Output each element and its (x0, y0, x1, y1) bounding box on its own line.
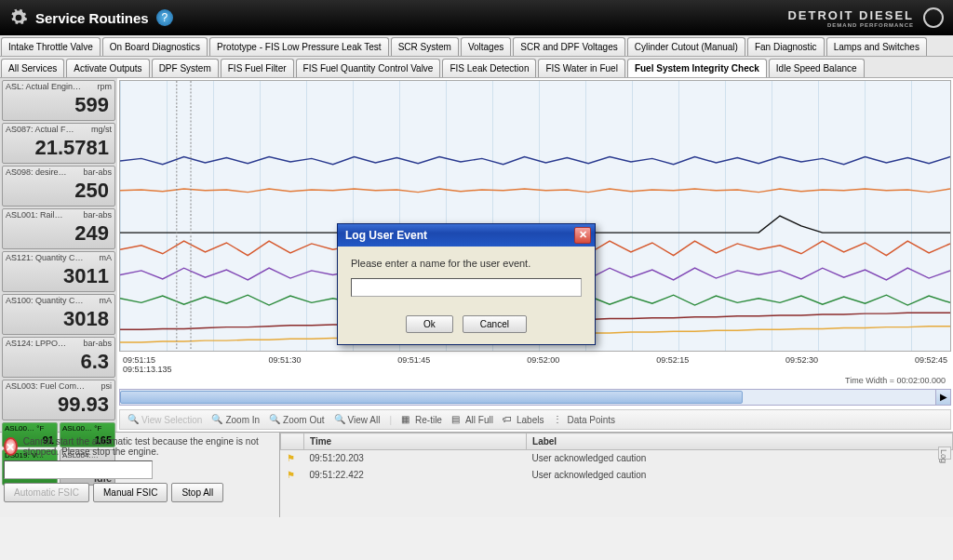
flag-icon: ⚑ (287, 470, 295, 480)
event-name-input[interactable] (351, 278, 582, 297)
tab-fis-fuel-quantity-control-valve[interactable]: FIS Fuel Quantity Control Valve (296, 59, 441, 77)
meter[interactable]: AS124: LPPO…bar-abs6.3 (2, 337, 115, 378)
col-label[interactable]: Label (527, 433, 953, 450)
tab-cylinder-cutout-manual-[interactable]: Cylinder Cutout (Manual) (627, 37, 745, 56)
meter[interactable]: AS121: Quantity C…mA3011 (2, 251, 115, 292)
help-icon[interactable]: ? (156, 9, 173, 26)
gear-icon (9, 8, 28, 27)
tab-fis-fuel-filter[interactable]: FIS Fuel Filter (221, 59, 294, 77)
all-full-button[interactable]: ▤All Full (451, 414, 493, 425)
app-titlebar: Service Routines ? DETROIT DIESEL DEMAND… (0, 0, 953, 35)
tab-voltages[interactable]: Voltages (461, 37, 511, 56)
meter[interactable]: ASL003: Fuel Com…psi99.93 (2, 380, 115, 420)
brand-logo-icon (923, 7, 944, 28)
labels-button[interactable]: 🏷Labels (503, 414, 544, 425)
tab-fan-diagnostic[interactable]: Fan Diagnostic (747, 37, 825, 56)
chart-toolbar: 🔍View Selection 🔍Zoom In 🔍Zoom Out 🔍View… (119, 409, 951, 430)
manual-fsic-button[interactable]: Manual FSIC (93, 483, 168, 502)
dialog-prompt: Please enter a name for the user event. (351, 258, 582, 269)
col-time[interactable]: Time (304, 433, 527, 450)
log-sidetab[interactable]: Log (938, 447, 951, 460)
error-icon (4, 437, 18, 456)
zoom-out-button[interactable]: 🔍Zoom Out (269, 414, 324, 425)
meter[interactable]: ASL: Actual Engin…rpm599 (2, 80, 115, 121)
time-width-label: Time Width = 00:02:00.000 (117, 376, 953, 387)
log-user-event-dialog: Log User Event ✕ Please enter a name for… (337, 223, 596, 345)
command-input[interactable] (4, 460, 153, 479)
automatic-fsic-button: Automatic FSIC (4, 483, 89, 502)
tab-prototype-fis-low-pressure-leak-test[interactable]: Prototype - FIS Low Pressure Leak Test (209, 37, 389, 56)
warning-message: Cannot start the automatic test because … (4, 436, 275, 457)
retile-button[interactable]: ▦Re-tile (401, 414, 442, 425)
zoom-in-button[interactable]: 🔍Zoom In (211, 414, 260, 425)
chart-scrollbar[interactable]: ▶ (119, 389, 951, 406)
meter[interactable]: AS098: desire…bar-abs250 (2, 166, 115, 207)
page-title: Service Routines (35, 10, 149, 26)
view-all-button[interactable]: 🔍View All (334, 414, 381, 425)
tab-scr-system[interactable]: SCR System (391, 37, 459, 56)
tab-row-2: All ServicesActivate OutputsDPF SystemFI… (0, 57, 953, 78)
tab-fis-leak-detection[interactable]: FIS Leak Detection (442, 59, 536, 77)
meter[interactable]: ASL001: Rail…bar-abs249 (2, 208, 115, 249)
flag-icon: ⚑ (287, 453, 295, 463)
tab-intake-throttle-valve[interactable]: Intake Throttle Valve (1, 37, 101, 56)
meter[interactable]: AS087: Actual F…mg/st21.5781 (2, 123, 115, 164)
meter-column: ASL: Actual Engin…rpm599AS087: Actual F…… (0, 78, 117, 432)
tab-idle-speed-balance[interactable]: Idle Speed Balance (769, 59, 865, 77)
table-row[interactable]: ⚑09:51:22.422User acknowledged caution (281, 467, 953, 484)
tab-all-services[interactable]: All Services (1, 59, 64, 77)
data-points-button[interactable]: ⋮Data Points (553, 414, 615, 425)
tab-on-board-diagnostics[interactable]: On Board Diagnostics (102, 37, 208, 56)
tab-scr-and-dpf-voltages[interactable]: SCR and DPF Voltages (513, 37, 625, 56)
dialog-titlebar[interactable]: Log User Event ✕ (338, 224, 595, 247)
table-row[interactable]: ⚑09:51:20.203User acknowledged caution (281, 450, 953, 467)
cancel-button[interactable]: Cancel (463, 315, 527, 333)
time-axis: 09:51:1509:51:13.13509:51:3009:51:4509:5… (117, 353, 953, 376)
tab-dpf-system[interactable]: DPF System (152, 59, 219, 77)
tab-fis-water-in-fuel[interactable]: FIS Water in Fuel (538, 59, 624, 77)
view-selection-button: 🔍View Selection (128, 414, 202, 425)
tab-fuel-system-integrity-check[interactable]: Fuel System Integrity Check (627, 59, 767, 77)
tab-lamps-and-switches[interactable]: Lamps and Switches (826, 37, 927, 56)
stop-all-button[interactable]: Stop All (171, 483, 223, 502)
meter[interactable]: AS100: Quantity C…mA3018 (2, 294, 115, 335)
brand-name: DETROIT DIESEL DEMAND PERFORMANCE (787, 8, 914, 28)
ok-button[interactable]: Ok (406, 315, 453, 333)
tab-activate-outputs[interactable]: Activate Outputs (66, 59, 149, 77)
event-log-table: Time Label ⚑09:51:20.203User acknowledge… (280, 433, 953, 484)
tab-row-1: Intake Throttle ValveOn Board Diagnostic… (0, 35, 953, 57)
close-icon[interactable]: ✕ (574, 227, 591, 244)
